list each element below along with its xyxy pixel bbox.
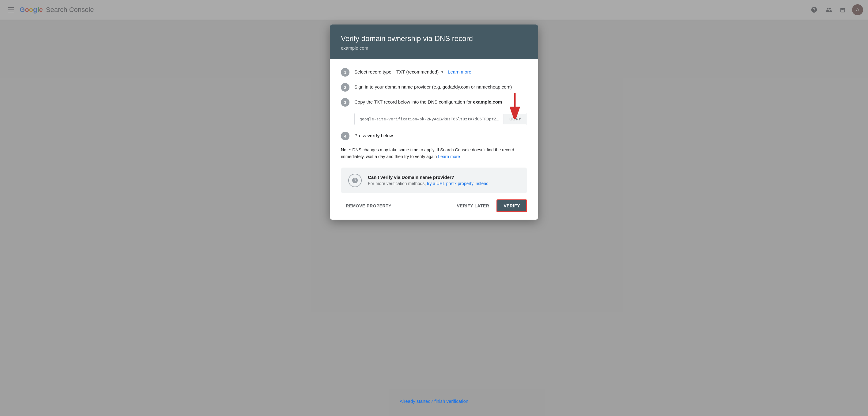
step-1-content: Select record type: TXT (recommended) ▼ … [354,68,471,76]
verify-dialog: Verify domain ownership via DNS record e… [330,25,538,220]
finish-verification-link[interactable]: Already started? finish verification [400,398,468,404]
step-3-text: Copy the TXT record below into the DNS c… [354,98,502,106]
step-3-number: 3 [341,98,349,107]
dialog-header: Verify domain ownership via DNS record e… [330,25,538,59]
alternative-title: Can't verify via Domain name provider? [368,175,489,180]
txt-record-container: google-site-verification=pk-2NyAqIwk8sT6… [354,113,527,125]
step-4-number: 4 [341,132,349,140]
step-1-number: 1 [341,68,349,77]
step-4-row: 4 Press verify below [341,131,527,140]
txt-record-area: google-site-verification=pk-2NyAqIwk8sT6… [341,113,527,125]
step-3-text-before: Copy the TXT record below into the DNS c… [354,99,473,105]
record-type-value: TXT (recommended) [396,69,439,76]
note-text: Note: DNS changes may take some time to … [341,146,527,160]
step-4-text-after: below [380,133,393,138]
step-3-row: 3 Copy the TXT record below into the DNS… [341,98,527,107]
remove-property-button[interactable]: REMOVE PROPERTY [341,200,396,211]
dialog-subtitle: example.com [341,45,527,51]
txt-record-value: google-site-verification=pk-2NyAqIwk8sT6… [355,113,503,125]
verify-button[interactable]: VERIFY [496,200,527,212]
learn-more-link[interactable]: Learn more [448,69,471,76]
alternative-icon [348,174,362,187]
dialog-footer: REMOVE PROPERTY VERIFY LATER VERIFY [330,193,538,220]
step-4-text: Press verify below [354,131,393,139]
alt-link[interactable]: try a URL prefix property instead [427,181,489,186]
red-arrow-icon [506,91,524,119]
modal-overlay: Verify domain ownership via DNS record e… [0,0,868,416]
verify-later-button[interactable]: VERIFY LATER [452,200,494,211]
alt-body-before: For more verification methods, [368,181,427,186]
step-2-row: 2 Sign in to your domain name provider (… [341,83,527,92]
note-body: Note: DNS changes may take some time to … [341,147,514,159]
step-1-row: 1 Select record type: TXT (recommended) … [341,68,527,77]
dropdown-arrow-icon: ▼ [440,69,444,75]
footer-left: REMOVE PROPERTY [341,200,450,211]
dialog-body: 1 Select record type: TXT (recommended) … [330,59,538,193]
alternative-box: Can't verify via Domain name provider? F… [341,168,527,193]
record-type-label: Select record type: [354,69,393,76]
alternative-body: For more verification methods, try a URL… [368,181,489,186]
alternative-text: Can't verify via Domain name provider? F… [368,175,489,186]
step-4-text-before: Press [354,133,368,138]
note-learn-more-link[interactable]: Learn more [438,154,460,159]
step-3-domain: example.com [473,99,502,105]
step-2-text: Sign in to your domain name provider (e.… [354,83,512,91]
record-type-dropdown[interactable]: TXT (recommended) ▼ [396,69,444,76]
dialog-title: Verify domain ownership via DNS record [341,34,527,43]
step-4-verify-word: verify [368,133,380,138]
step-2-number: 2 [341,83,349,92]
